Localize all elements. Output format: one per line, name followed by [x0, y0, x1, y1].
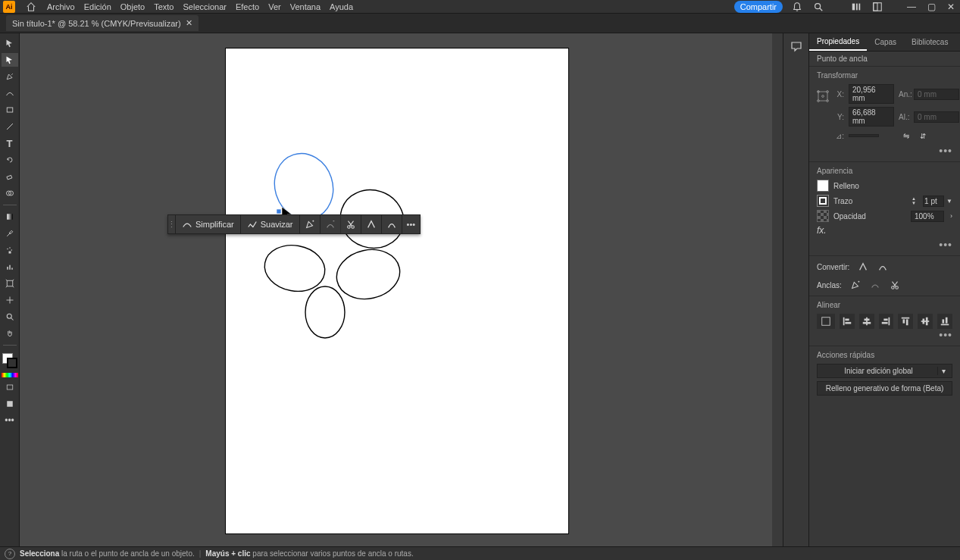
simplify-button[interactable]: Simplificar [176, 215, 241, 233]
add-anchor-icon[interactable] [849, 279, 861, 291]
arrange-icon[interactable] [849, 0, 863, 14]
flip-vertical-icon[interactable]: ⇵ [917, 130, 929, 142]
transform-more[interactable]: ••• [817, 145, 952, 157]
y-value[interactable]: 66,688 mm [849, 107, 894, 127]
align-to-dropdown[interactable] [817, 314, 835, 329]
align-more[interactable]: ••• [817, 329, 952, 341]
selection-tool[interactable] [2, 36, 18, 50]
opacity-swatch[interactable] [817, 210, 829, 222]
canvas-area[interactable]: ⋮ Simplificar Suavizar ••• [20, 33, 772, 546]
rectangle-tool[interactable] [2, 103, 18, 117]
stroke-weight-dropdown[interactable]: ▼ [946, 198, 952, 205]
cut-anchor-icon[interactable] [889, 279, 901, 291]
opacity-popup[interactable]: › [950, 212, 952, 220]
flip-horizontal-icon[interactable]: ⇋ [900, 130, 912, 142]
convert-smooth-button[interactable] [382, 215, 402, 233]
screen-mode[interactable] [2, 380, 18, 394]
menu-efecto[interactable]: Efecto [236, 2, 259, 11]
symbol-sprayer-tool[interactable] [2, 243, 18, 257]
global-edit-dropdown[interactable]: ▾ [937, 367, 949, 375]
direct-selection-tool[interactable] [2, 53, 18, 67]
tab-propiedades[interactable]: Propiedades [809, 33, 867, 51]
appearance-more[interactable]: ••• [817, 239, 952, 251]
width-value: 0 mm [914, 89, 959, 100]
quick-actions-section: Acciones rápidas Iniciar edición global … [809, 346, 960, 403]
paintbrush-tool[interactable] [2, 120, 18, 133]
menu-texto[interactable]: Texto [154, 2, 174, 11]
type-tool[interactable]: T [2, 136, 18, 150]
remove-anchor-button[interactable] [321, 215, 341, 233]
align-left[interactable] [840, 314, 855, 329]
workspace-icon[interactable] [871, 0, 884, 14]
gradient-tool[interactable] [2, 210, 18, 224]
edit-toolbar[interactable]: ••• [2, 414, 18, 427]
align-bottom[interactable] [937, 314, 952, 329]
document-tab[interactable]: Sin título-1* @ 58.21 % (CMYK/Previsuali… [6, 15, 199, 31]
effects-button[interactable]: fx. [817, 225, 827, 236]
stroke-swatch[interactable] [817, 195, 829, 207]
angle-label: ⊿: [833, 132, 844, 140]
color-spectrum[interactable] [2, 373, 18, 377]
pen-tool[interactable] [2, 70, 18, 83]
menu-ayuda[interactable]: Ayuda [330, 2, 353, 11]
svg-rect-15 [7, 267, 8, 270]
connect-anchor-icon[interactable] [869, 279, 881, 291]
close-tab-button[interactable]: ✕ [186, 18, 192, 28]
smooth-button[interactable]: Suavizar [241, 215, 300, 233]
fill-swatch[interactable] [817, 180, 829, 192]
menu-objeto[interactable]: Objeto [120, 2, 145, 11]
menu-seleccionar[interactable]: Seleccionar [183, 2, 226, 11]
share-button[interactable]: Compartir [734, 1, 783, 13]
svg-rect-48 [884, 319, 888, 321]
shape-builder-tool[interactable] [2, 186, 18, 200]
align-vcenter[interactable] [918, 314, 933, 329]
vertical-scrollbar[interactable] [772, 33, 783, 546]
draw-mode[interactable] [2, 397, 18, 411]
status-bold-1: Selecciona [20, 549, 59, 558]
align-right[interactable] [879, 314, 894, 329]
convert-corner-button[interactable] [361, 215, 382, 233]
menu-ventana[interactable]: Ventana [290, 2, 321, 11]
eyedropper-tool[interactable] [2, 227, 18, 240]
tab-capas[interactable]: Capas [867, 33, 904, 51]
svg-rect-41 [843, 318, 845, 326]
fill-stroke-swatch[interactable] [2, 353, 17, 368]
zoom-tool[interactable] [2, 310, 18, 324]
convert-smooth-icon[interactable] [877, 261, 889, 273]
stroke-swatch[interactable] [7, 358, 17, 368]
minimize-button[interactable]: — [905, 2, 918, 11]
add-anchor-button[interactable] [300, 215, 321, 233]
stroke-weight-input[interactable] [923, 196, 944, 207]
stroke-stepper[interactable]: ▲▼ [912, 196, 921, 205]
global-edit-button[interactable]: Iniciar edición global ▾ [817, 364, 952, 378]
menu-archivo[interactable]: Archivo [47, 2, 75, 11]
search-icon[interactable] [811, 0, 825, 14]
eraser-tool[interactable] [2, 170, 18, 183]
generative-fill-button[interactable]: Relleno generativo de forma (Beta) [817, 381, 952, 396]
bell-icon[interactable] [790, 0, 804, 14]
column-graph-tool[interactable] [2, 260, 18, 274]
close-window-button[interactable]: ✕ [945, 2, 957, 11]
help-icon[interactable]: ? [5, 549, 15, 559]
convert-corner-icon[interactable] [857, 261, 869, 273]
more-options-button[interactable]: ••• [402, 220, 421, 229]
tab-bibliotecas[interactable]: Bibliotecas [904, 33, 955, 51]
align-top[interactable] [898, 314, 913, 329]
toolbar-grip[interactable]: ⋮ [168, 215, 176, 233]
artboard-tool[interactable] [2, 277, 18, 290]
menu-edicion[interactable]: Edición [84, 2, 111, 11]
menu-ver[interactable]: Ver [268, 2, 281, 11]
home-button[interactable] [24, 1, 38, 13]
curvature-tool[interactable] [2, 86, 18, 100]
hand-tool[interactable] [2, 327, 18, 340]
comments-panel-icon[interactable] [786, 36, 806, 56]
svg-rect-51 [903, 319, 905, 323]
maximize-button[interactable]: ▢ [925, 2, 937, 11]
slice-tool[interactable] [2, 293, 18, 307]
cut-path-button[interactable] [341, 215, 361, 233]
opacity-value[interactable]: 100% [911, 211, 944, 222]
align-hcenter[interactable] [859, 314, 874, 329]
x-value[interactable]: 20,956 mm [849, 84, 894, 104]
rotate-tool[interactable] [2, 153, 18, 167]
status-text-1: la ruta o el punto de ancla de un objeto… [59, 549, 194, 558]
